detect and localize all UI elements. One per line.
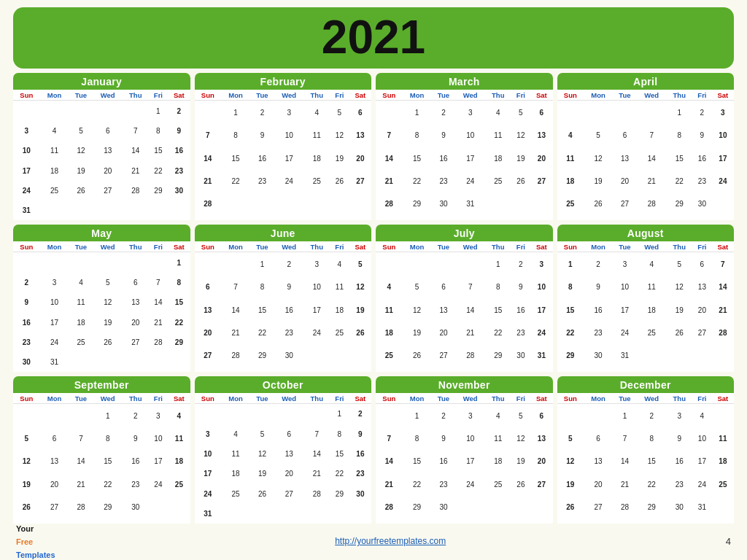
day-cell: 9 [168, 121, 190, 141]
day-cell: 17 [149, 450, 169, 472]
day-cell: 20 [431, 322, 455, 344]
day-cell [40, 404, 69, 427]
day-cell: 26 [557, 496, 584, 518]
day-header: Mon [40, 241, 69, 252]
day-header: Sat [712, 90, 734, 101]
day-cell: 30 [123, 496, 149, 518]
day-cell: 7 [69, 427, 93, 450]
day-cell: 24 [455, 473, 485, 496]
day-cell: 5 [250, 424, 274, 444]
day-cell [692, 216, 712, 221]
day-cell: 3 [274, 101, 304, 124]
day-header: Thu [123, 393, 149, 404]
month-header: November [376, 376, 553, 393]
day-cell: 15 [330, 444, 349, 464]
day-cell: 1 [485, 252, 511, 276]
day-cell: 24 [455, 170, 485, 192]
day-cell: 28 [637, 192, 667, 215]
day-cell: 21 [123, 161, 149, 181]
day-cell: 11 [376, 298, 403, 321]
calendar-grid: JanuarySunMonTueWedThuFriSat123456789101… [13, 73, 734, 524]
day-header: Wed [93, 393, 123, 404]
day-cell: 23 [511, 322, 531, 344]
day-cell: 2 [250, 101, 274, 124]
logo-your: Your [16, 524, 34, 533]
day-cell: 15 [637, 450, 667, 472]
day-cell [455, 216, 485, 221]
month-table: SunMonTueWedThuFriSat1234567891011121314… [376, 90, 553, 220]
month-block: JulySunMonTueWedThuFriSat123456789101112… [376, 225, 553, 372]
day-cell [304, 504, 330, 524]
day-cell: 17 [613, 298, 637, 321]
day-cell [93, 352, 123, 372]
day-header: Fri [149, 90, 169, 101]
day-cell: 27 [431, 344, 455, 367]
day-cell [712, 404, 734, 427]
month-header: April [557, 73, 735, 90]
day-cell: 19 [584, 170, 613, 192]
day-cell [195, 367, 222, 372]
day-cell [511, 216, 531, 221]
day-cell [330, 216, 349, 221]
day-cell: 23 [349, 464, 371, 483]
day-cell [455, 518, 485, 524]
day-cell [40, 101, 69, 121]
day-cell: 11 [304, 124, 330, 147]
footer-url[interactable]: http://yourfreetemplates.com [335, 536, 446, 546]
day-cell [692, 518, 712, 524]
day-header: Sat [712, 393, 734, 404]
day-header: Sun [13, 241, 40, 252]
day-cell [530, 192, 552, 215]
day-cell: 15 [250, 298, 274, 321]
day-cell: 13 [613, 147, 637, 170]
day-cell: 29 [485, 344, 511, 367]
day-cell: 18 [69, 312, 93, 332]
calendar-page: 2021 JanuarySunMonTueWedThuFriSat1234567… [0, 0, 747, 560]
day-cell [330, 192, 349, 215]
day-cell: 2 [123, 404, 149, 427]
day-header: Fri [330, 90, 349, 101]
day-cell [304, 192, 330, 215]
day-cell: 12 [557, 450, 584, 472]
day-cell [250, 192, 274, 215]
day-cell: 19 [93, 312, 123, 332]
day-cell [511, 496, 531, 518]
day-header: Sun [376, 393, 403, 404]
day-cell: 16 [667, 450, 693, 472]
day-header: Wed [274, 241, 304, 252]
day-cell: 22 [168, 312, 190, 332]
day-cell [557, 367, 584, 372]
day-cell: 27 [530, 473, 552, 496]
day-cell [250, 367, 274, 372]
day-header: Thu [485, 393, 511, 404]
day-cell: 3 [712, 101, 734, 124]
day-cell: 26 [13, 496, 40, 518]
day-header: Sat [530, 393, 552, 404]
day-cell [149, 496, 169, 518]
day-header: Sun [195, 393, 222, 404]
day-cell: 17 [195, 464, 222, 483]
day-cell [349, 192, 371, 215]
logo-templates: Templates [16, 551, 55, 559]
day-cell [667, 518, 693, 524]
day-cell: 6 [613, 124, 637, 147]
day-cell: 8 [330, 424, 349, 444]
day-cell: 7 [376, 427, 403, 450]
day-cell: 16 [431, 450, 455, 472]
day-cell [637, 216, 667, 221]
day-header: Thu [485, 241, 511, 252]
day-cell: 9 [250, 124, 274, 147]
day-header: Tue [250, 90, 274, 101]
day-cell: 28 [376, 192, 403, 215]
day-cell: 1 [149, 101, 169, 121]
day-cell: 9 [667, 427, 693, 450]
day-cell: 10 [195, 444, 222, 464]
day-cell [613, 367, 637, 372]
day-cell [584, 518, 613, 524]
day-cell [349, 344, 371, 367]
day-cell: 29 [403, 192, 432, 215]
month-header: February [195, 73, 372, 90]
day-cell: 26 [69, 181, 93, 201]
day-cell [304, 344, 330, 367]
day-cell [667, 216, 693, 221]
